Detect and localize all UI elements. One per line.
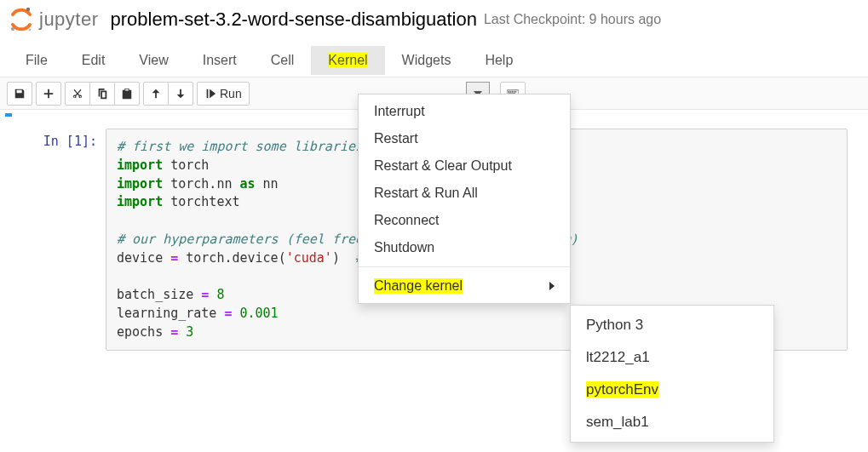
caret-right-icon (549, 282, 555, 290)
svg-point-0 (26, 8, 30, 11)
menu-separator (359, 266, 570, 267)
copy-button[interactable] (89, 82, 115, 106)
checkpoint-text: Last Checkpoint: 9 hours ago (484, 12, 661, 27)
arrow-down-icon (175, 88, 187, 100)
run-label: Run (220, 87, 242, 100)
kernel-dropdown: Interrupt Restart Restart & Clear Output… (358, 94, 571, 304)
svg-rect-5 (509, 91, 510, 92)
header: jupyter problem-set-3.2-word-sense-disam… (0, 0, 868, 37)
arrow-up-icon (150, 88, 162, 100)
kernel-option-lt2212[interactable]: lt2212_a1 (571, 341, 773, 371)
run-button[interactable]: Run (197, 82, 250, 106)
save-icon (14, 88, 26, 100)
menu-cell[interactable]: Cell (254, 46, 312, 75)
kernel-change-kernel[interactable]: Change kernel (359, 272, 570, 300)
move-down-button[interactable] (168, 82, 193, 106)
scissors-icon (72, 88, 83, 100)
copy-icon (96, 88, 108, 100)
cut-button[interactable] (65, 82, 90, 106)
save-button[interactable] (7, 82, 32, 106)
menu-kernel-label: Kernel (328, 53, 367, 67)
menu-widgets[interactable]: Widgets (385, 46, 468, 75)
svg-rect-8 (514, 91, 515, 92)
kernel-option-python3[interactable]: Python 3 (571, 309, 773, 341)
kernel-restart[interactable]: Restart (359, 125, 570, 152)
edit-group (65, 82, 140, 106)
brand-text: jupyter (39, 9, 99, 31)
menu-help[interactable]: Help (468, 46, 530, 75)
kernel-restart-clear[interactable]: Restart & Clear Output (359, 152, 570, 180)
kernel-reconnect[interactable]: Reconnect (359, 207, 570, 234)
paste-icon (121, 88, 133, 100)
kernel-restart-run-all[interactable]: Restart & Run All (359, 180, 570, 207)
menu-edit[interactable]: Edit (65, 46, 123, 75)
kernel-interrupt[interactable]: Interrupt (359, 98, 570, 125)
run-icon (204, 88, 216, 100)
change-kernel-label: Change kernel (374, 278, 463, 294)
kernel-shutdown[interactable]: Shutdown (359, 234, 570, 261)
menu-file[interactable]: File (9, 46, 65, 75)
cell-prompt: In [1]: (20, 129, 106, 351)
menu-kernel[interactable]: Kernel (311, 46, 384, 75)
svg-rect-7 (513, 91, 514, 92)
menubar: File Edit View Insert Cell Kernel Widget… (0, 44, 868, 77)
menu-insert[interactable]: Insert (186, 46, 254, 75)
svg-rect-4 (508, 91, 509, 92)
svg-rect-6 (511, 91, 512, 92)
plus-icon (43, 88, 55, 100)
svg-point-2 (29, 29, 32, 31)
svg-point-1 (11, 27, 14, 31)
add-cell-button[interactable] (36, 82, 61, 106)
move-group (143, 82, 193, 106)
notebook-title[interactable]: problem-set-3.2-word-sense-disambiguatio… (111, 9, 477, 31)
change-kernel-submenu: Python 3 lt2212_a1 pytorchEnv sem_lab1 (570, 305, 774, 371)
jupyter-logo[interactable]: jupyter (9, 7, 99, 32)
menu-view[interactable]: View (122, 46, 185, 75)
move-up-button[interactable] (143, 82, 169, 106)
jupyter-logo-icon (9, 7, 34, 32)
paste-button[interactable] (114, 82, 140, 106)
